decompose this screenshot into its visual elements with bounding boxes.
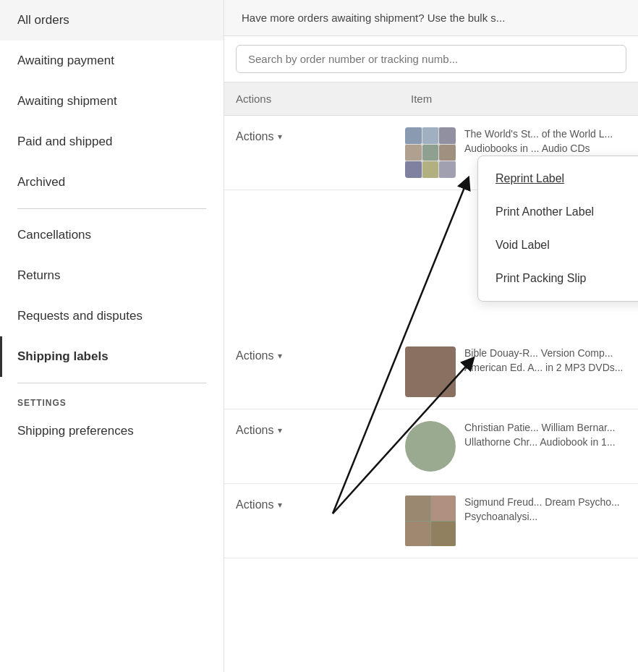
chevron-down-icon: ▾ (278, 425, 282, 435)
thumb-cell (431, 522, 456, 547)
order-3-thumbnail (405, 421, 456, 472)
order-4-item-title: Sigmund Freud... Dream Psycho... Psychoa… (464, 496, 638, 524)
order-row-4: Actions ▾ Sigmund Freud... Dream Psycho.… (224, 484, 638, 558)
order-1-thumbnail (405, 127, 456, 178)
sidebar-item-shipping-preferences[interactable]: Shipping preferences (0, 411, 224, 451)
order-2-actions-button[interactable]: Actions ▾ (236, 346, 282, 365)
thumb-cell (405, 145, 422, 161)
col-header-actions: Actions (224, 90, 405, 108)
order-3-actions-col: Actions ▾ (224, 421, 405, 440)
order-3-actions-button[interactable]: Actions ▾ (236, 421, 282, 440)
sidebar-item-awaiting-shipment[interactable]: Awaiting shipment (0, 81, 224, 122)
order-1-item-title: The World's St... of the World L... Audi… (464, 127, 638, 156)
order-4-actions-col: Actions ▾ (224, 496, 405, 514)
order-1-actions-col: Actions ▾ (224, 127, 405, 146)
thumb-cell (422, 161, 439, 178)
dropdown-print-another-label[interactable]: Print Another Label (478, 195, 638, 229)
order-2-item-col: Bible Douay-R... Version Comp... America… (405, 346, 638, 397)
thumb-cell (405, 496, 430, 521)
thumb-cell (439, 127, 456, 144)
order-1-actions-button[interactable]: Actions ▾ (236, 127, 282, 146)
search-bar (224, 36, 638, 82)
search-input[interactable] (236, 45, 626, 73)
settings-section-label: SETTINGS (0, 389, 224, 411)
sidebar-divider-1 (17, 208, 206, 209)
order-2-thumbnail (405, 346, 456, 397)
main-content: Have more orders awaiting shipment? Use … (224, 0, 638, 672)
thumb-cell (405, 522, 430, 547)
order-row-3: Actions ▾ Christian Patie... William Ber… (224, 409, 638, 484)
thumb-cell (405, 127, 422, 144)
dropdown-void-label[interactable]: Void Label (478, 229, 638, 262)
order-2-item-title: Bible Douay-R... Version Comp... America… (464, 346, 638, 375)
order-4-actions-button[interactable]: Actions ▾ (236, 496, 282, 514)
sidebar-item-awaiting-payment[interactable]: Awaiting payment (0, 41, 224, 81)
banner: Have more orders awaiting shipment? Use … (224, 0, 638, 36)
orders-container: Actions ▾ The World's St... of (224, 116, 638, 558)
col-header-item: Item (405, 90, 638, 108)
sidebar-item-cancellations[interactable]: Cancellations (0, 215, 224, 255)
sidebar-item-archived[interactable]: Archived (0, 162, 224, 203)
sidebar-divider-2 (17, 383, 206, 383)
thumb-cell (439, 161, 456, 178)
actions-dropdown-menu: Reprint Label Print Another Label Void L… (477, 156, 638, 302)
order-2-actions-col: Actions ▾ (224, 346, 405, 365)
thumb-cell (405, 161, 422, 178)
chevron-down-icon: ▾ (278, 351, 282, 361)
sidebar-item-all-orders[interactable]: All orders (0, 0, 224, 41)
thumb-cell (431, 496, 456, 521)
thumb-cell (439, 145, 456, 161)
chevron-down-icon: ▾ (278, 500, 282, 510)
dropdown-reprint-label[interactable]: Reprint Label (478, 162, 638, 195)
table-header: Actions Item (224, 82, 638, 116)
thumb-cell (422, 127, 439, 144)
sidebar-item-returns[interactable]: Returns (0, 255, 224, 296)
order-3-item-title: Christian Patie... William Bernar... Ull… (464, 421, 638, 449)
order-3-item-col: Christian Patie... William Bernar... Ull… (405, 421, 638, 472)
order-row-2: Actions ▾ Bible Douay-R... Version Comp.… (224, 335, 638, 409)
chevron-down-icon: ▾ (278, 132, 282, 142)
thumb-cell (422, 145, 439, 161)
dropdown-print-packing-slip[interactable]: Print Packing Slip (478, 262, 638, 295)
sidebar-item-requests-disputes[interactable]: Requests and disputes (0, 296, 224, 336)
sidebar-item-shipping-labels[interactable]: Shipping labels (0, 336, 224, 377)
sidebar-item-paid-and-shipped[interactable]: Paid and shipped (0, 122, 224, 162)
order-4-thumbnail (405, 496, 456, 546)
sidebar: All orders Awaiting payment Awaiting shi… (0, 0, 224, 672)
order-4-item-col: Sigmund Freud... Dream Psycho... Psychoa… (405, 496, 638, 546)
